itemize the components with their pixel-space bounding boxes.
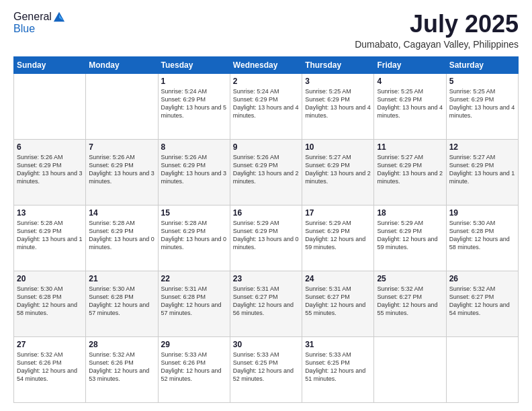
table-row: 17Sunrise: 5:29 AM Sunset: 6:29 PM Dayli… [302,205,374,271]
day-number: 26 [449,274,515,283]
table-row: 6Sunrise: 5:26 AM Sunset: 6:29 PM Daylig… [14,139,86,205]
month-title: July 2025 [355,11,519,38]
day-info: Sunrise: 5:31 AM Sunset: 6:27 PM Dayligh… [233,285,299,318]
table-row: 7Sunrise: 5:26 AM Sunset: 6:29 PM Daylig… [86,139,158,205]
calendar-week-row: 13Sunrise: 5:28 AM Sunset: 6:29 PM Dayli… [14,205,519,271]
table-row: 8Sunrise: 5:26 AM Sunset: 6:29 PM Daylig… [158,139,230,205]
table-row: 15Sunrise: 5:28 AM Sunset: 6:29 PM Dayli… [158,205,230,271]
col-monday: Monday [86,56,158,73]
table-row: 13Sunrise: 5:28 AM Sunset: 6:29 PM Dayli… [14,205,86,271]
calendar-header-row: Sunday Monday Tuesday Wednesday Thursday… [14,56,519,73]
day-number: 9 [233,142,299,152]
day-number: 19 [449,208,515,218]
day-number: 27 [17,340,83,349]
day-number: 31 [305,340,371,349]
table-row [446,336,518,402]
logo-general-text: General [13,11,52,23]
table-row: 30Sunrise: 5:33 AM Sunset: 6:25 PM Dayli… [230,336,302,402]
day-number: 18 [377,208,443,218]
day-number: 3 [305,77,371,86]
day-info: Sunrise: 5:33 AM Sunset: 6:25 PM Dayligh… [233,351,299,383]
day-number: 13 [17,208,83,218]
day-number: 30 [233,340,299,349]
day-number: 25 [377,274,443,283]
day-info: Sunrise: 5:32 AM Sunset: 6:27 PM Dayligh… [449,285,515,318]
calendar-table: Sunday Monday Tuesday Wednesday Thursday… [13,56,519,403]
day-number: 20 [17,274,83,283]
table-row: 23Sunrise: 5:31 AM Sunset: 6:27 PM Dayli… [230,271,302,336]
calendar-week-row: 1Sunrise: 5:24 AM Sunset: 6:29 PM Daylig… [14,73,519,139]
day-number: 5 [449,77,515,86]
day-info: Sunrise: 5:29 AM Sunset: 6:29 PM Dayligh… [305,219,371,252]
day-number: 22 [161,274,227,283]
table-row: 1Sunrise: 5:24 AM Sunset: 6:29 PM Daylig… [158,73,230,139]
day-number: 12 [449,142,515,152]
table-row: 21Sunrise: 5:30 AM Sunset: 6:28 PM Dayli… [86,271,158,336]
table-row: 2Sunrise: 5:24 AM Sunset: 6:29 PM Daylig… [230,73,302,139]
table-row: 16Sunrise: 5:29 AM Sunset: 6:29 PM Dayli… [230,205,302,271]
calendar-week-row: 6Sunrise: 5:26 AM Sunset: 6:29 PM Daylig… [14,139,519,205]
day-info: Sunrise: 5:33 AM Sunset: 6:26 PM Dayligh… [161,351,227,383]
day-info: Sunrise: 5:30 AM Sunset: 6:28 PM Dayligh… [89,285,154,318]
day-number: 7 [89,142,154,152]
day-number: 17 [305,208,371,218]
table-row: 22Sunrise: 5:31 AM Sunset: 6:28 PM Dayli… [158,271,230,336]
logo-blue-text: Blue [13,23,35,34]
day-info: Sunrise: 5:32 AM Sunset: 6:26 PM Dayligh… [17,351,83,383]
day-number: 1 [161,77,227,86]
table-row: 28Sunrise: 5:32 AM Sunset: 6:26 PM Dayli… [86,336,158,402]
day-info: Sunrise: 5:24 AM Sunset: 6:29 PM Dayligh… [233,87,299,120]
table-row [14,73,86,139]
day-info: Sunrise: 5:26 AM Sunset: 6:29 PM Dayligh… [161,153,227,186]
table-row: 31Sunrise: 5:33 AM Sunset: 6:25 PM Dayli… [302,336,374,402]
day-number: 6 [17,142,83,152]
table-row: 12Sunrise: 5:27 AM Sunset: 6:29 PM Dayli… [446,139,518,205]
day-info: Sunrise: 5:32 AM Sunset: 6:26 PM Dayligh… [89,351,154,383]
day-info: Sunrise: 5:26 AM Sunset: 6:29 PM Dayligh… [89,153,154,186]
col-thursday: Thursday [302,56,374,73]
table-row: 25Sunrise: 5:32 AM Sunset: 6:27 PM Dayli… [374,271,446,336]
header: GeneralBlue July 2025 Dumabato, Cagayan … [13,11,519,50]
day-number: 14 [89,208,154,218]
table-row: 20Sunrise: 5:30 AM Sunset: 6:28 PM Dayli… [14,271,86,336]
col-saturday: Saturday [446,56,518,73]
table-row: 18Sunrise: 5:29 AM Sunset: 6:29 PM Dayli… [374,205,446,271]
table-row: 27Sunrise: 5:32 AM Sunset: 6:26 PM Dayli… [14,336,86,402]
day-info: Sunrise: 5:33 AM Sunset: 6:25 PM Dayligh… [305,351,371,383]
table-row: 26Sunrise: 5:32 AM Sunset: 6:27 PM Dayli… [446,271,518,336]
day-info: Sunrise: 5:31 AM Sunset: 6:28 PM Dayligh… [161,285,227,318]
day-info: Sunrise: 5:28 AM Sunset: 6:29 PM Dayligh… [17,219,83,252]
day-number: 8 [161,142,227,152]
day-number: 16 [233,208,299,218]
day-info: Sunrise: 5:28 AM Sunset: 6:29 PM Dayligh… [89,219,154,252]
day-number: 23 [233,274,299,283]
page: GeneralBlue July 2025 Dumabato, Cagayan … [0,0,532,411]
table-row: 10Sunrise: 5:27 AM Sunset: 6:29 PM Dayli… [302,139,374,205]
col-wednesday: Wednesday [230,56,302,73]
table-row: 19Sunrise: 5:30 AM Sunset: 6:28 PM Dayli… [446,205,518,271]
day-number: 4 [377,77,443,86]
col-tuesday: Tuesday [158,56,230,73]
day-info: Sunrise: 5:26 AM Sunset: 6:29 PM Dayligh… [17,153,83,186]
day-info: Sunrise: 5:28 AM Sunset: 6:29 PM Dayligh… [161,219,227,252]
day-info: Sunrise: 5:32 AM Sunset: 6:27 PM Dayligh… [377,285,443,318]
day-info: Sunrise: 5:30 AM Sunset: 6:28 PM Dayligh… [449,219,515,252]
table-row: 24Sunrise: 5:31 AM Sunset: 6:27 PM Dayli… [302,271,374,336]
table-row: 9Sunrise: 5:26 AM Sunset: 6:29 PM Daylig… [230,139,302,205]
day-number: 29 [161,340,227,349]
day-info: Sunrise: 5:24 AM Sunset: 6:29 PM Dayligh… [161,87,227,120]
day-info: Sunrise: 5:30 AM Sunset: 6:28 PM Dayligh… [17,285,83,318]
logo: GeneralBlue [13,11,65,35]
table-row [86,73,158,139]
location: Dumabato, Cagayan Valley, Philippines [355,39,519,50]
day-number: 24 [305,274,371,283]
table-row: 3Sunrise: 5:25 AM Sunset: 6:29 PM Daylig… [302,73,374,139]
col-sunday: Sunday [14,56,86,73]
day-number: 10 [305,142,371,152]
table-row [374,336,446,402]
header-right: July 2025 Dumabato, Cagayan Valley, Phil… [355,11,519,50]
day-info: Sunrise: 5:29 AM Sunset: 6:29 PM Dayligh… [377,219,443,252]
logo-icon [53,11,65,23]
calendar-week-row: 27Sunrise: 5:32 AM Sunset: 6:26 PM Dayli… [14,336,519,402]
table-row: 14Sunrise: 5:28 AM Sunset: 6:29 PM Dayli… [86,205,158,271]
